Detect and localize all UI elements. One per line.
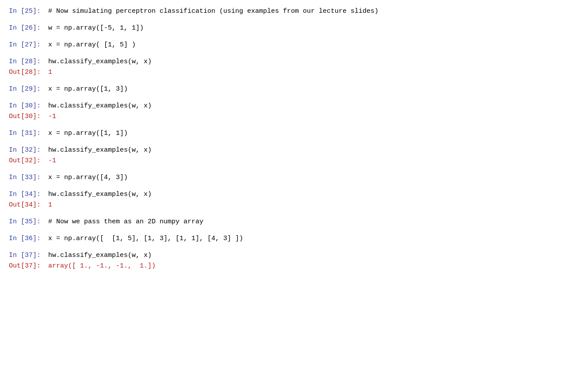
cell-line: In [27]: x = np.array( [1, 5] )	[9, 40, 579, 50]
output-prompt: Out[37]:	[9, 261, 44, 272]
notebook-cell: In [27]: x = np.array( [1, 5] )	[0, 38, 588, 52]
cell-line: Out[28]: 1	[9, 67, 579, 78]
code-content: x = np.array( [1, 5] )	[44, 40, 136, 50]
input-prompt: In [30]:	[9, 101, 44, 111]
cell-line: In [30]: hw.classify_examples(w, x)	[9, 101, 579, 111]
output-prompt: Out[28]:	[9, 67, 44, 78]
code-content: hw.classify_examples(w, x)	[44, 101, 152, 111]
output-prompt: Out[32]:	[9, 156, 44, 166]
cell-line: Out[30]: -1	[9, 111, 579, 122]
output-prompt: Out[30]:	[9, 111, 44, 122]
code-content: # Now simulating perceptron classificati…	[44, 6, 378, 17]
code-content: hw.classify_examples(w, x)	[44, 145, 152, 156]
cell-line: In [33]: x = np.array([4, 3])	[9, 172, 579, 183]
input-prompt: In [27]:	[9, 40, 44, 50]
notebook-cell: In [36]: x = np.array([ [1, 5], [1, 3], …	[0, 232, 588, 246]
notebook-cell: In [35]: # Now we pass them as an 2D num…	[0, 215, 588, 229]
cell-line: In [31]: x = np.array([1, 1])	[9, 128, 579, 139]
cell-line: In [32]: hw.classify_examples(w, x)	[9, 145, 579, 156]
notebook-cell: In [33]: x = np.array([4, 3])	[0, 171, 588, 185]
input-prompt: In [25]:	[9, 6, 44, 17]
cell-line: In [34]: hw.classify_examples(w, x)	[9, 189, 579, 200]
cell-line: In [28]: hw.classify_examples(w, x)	[9, 57, 579, 67]
notebook-cell: In [29]: x = np.array([1, 3])	[0, 82, 588, 96]
notebook-cell: In [37]: hw.classify_examples(w, x)Out[3…	[0, 249, 588, 273]
input-prompt: In [36]:	[9, 233, 44, 244]
code-content: hw.classify_examples(w, x)	[44, 189, 152, 200]
input-prompt: In [26]:	[9, 23, 44, 34]
code-content: x = np.array([ [1, 5], [1, 3], [1, 1], […	[44, 233, 243, 244]
cell-line: In [26]: w = np.array([-5, 1, 1])	[9, 23, 579, 34]
cell-line: In [25]: # Now simulating perceptron cla…	[9, 6, 579, 17]
cell-line: In [36]: x = np.array([ [1, 5], [1, 3], …	[9, 233, 579, 244]
notebook-cell: In [28]: hw.classify_examples(w, x)Out[2…	[0, 55, 588, 80]
code-content: # Now we pass them as an 2D numpy array	[44, 217, 203, 227]
input-prompt: In [37]:	[9, 250, 44, 261]
input-prompt: In [28]:	[9, 57, 44, 67]
output-content: 1	[44, 67, 52, 78]
code-content: w = np.array([-5, 1, 1])	[44, 23, 144, 34]
input-prompt: In [32]:	[9, 145, 44, 156]
cell-line: Out[34]: 1	[9, 200, 579, 210]
cell-line: In [29]: x = np.array([1, 3])	[9, 84, 579, 95]
notebook-cell: In [31]: x = np.array([1, 1])	[0, 126, 588, 141]
cell-line: In [35]: # Now we pass them as an 2D num…	[9, 217, 579, 227]
input-prompt: In [33]:	[9, 172, 44, 183]
output-prompt: Out[34]:	[9, 200, 44, 210]
output-content: array([ 1., -1., -1., 1.])	[44, 261, 156, 272]
input-prompt: In [34]:	[9, 189, 44, 200]
code-content: hw.classify_examples(w, x)	[44, 57, 152, 67]
cell-line: Out[32]: -1	[9, 156, 579, 166]
code-content: x = np.array([4, 3])	[44, 172, 128, 183]
notebook-container: In [25]: # Now simulating perceptron cla…	[0, 4, 588, 273]
output-content: -1	[44, 156, 56, 166]
cell-line: In [37]: hw.classify_examples(w, x)	[9, 250, 579, 261]
input-prompt: In [31]:	[9, 128, 44, 139]
notebook-cell: In [25]: # Now simulating perceptron cla…	[0, 4, 588, 19]
cell-line: Out[37]: array([ 1., -1., -1., 1.])	[9, 261, 579, 272]
output-content: -1	[44, 111, 56, 122]
notebook-cell: In [34]: hw.classify_examples(w, x)Out[3…	[0, 188, 588, 212]
input-prompt: In [29]:	[9, 84, 44, 95]
code-content: x = np.array([1, 3])	[44, 84, 128, 95]
notebook-cell: In [30]: hw.classify_examples(w, x)Out[3…	[0, 99, 588, 124]
code-content: hw.classify_examples(w, x)	[44, 250, 152, 261]
notebook-cell: In [26]: w = np.array([-5, 1, 1])	[0, 21, 588, 35]
code-content: x = np.array([1, 1])	[44, 128, 128, 139]
output-content: 1	[44, 200, 52, 210]
notebook-cell: In [32]: hw.classify_examples(w, x)Out[3…	[0, 143, 588, 168]
input-prompt: In [35]:	[9, 217, 44, 227]
